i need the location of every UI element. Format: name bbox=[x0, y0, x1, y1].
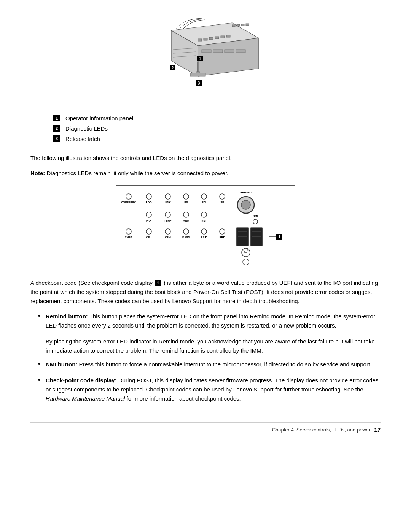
svg-point-53 bbox=[253, 219, 258, 224]
svg-text:LOG: LOG bbox=[146, 201, 152, 204]
svg-text:PCI: PCI bbox=[202, 201, 206, 204]
svg-rect-12 bbox=[209, 37, 213, 40]
svg-point-60 bbox=[183, 229, 189, 234]
hardware-image-section: 1 2 3 bbox=[30, 15, 381, 103]
legend-badge-3: 3 bbox=[53, 135, 60, 142]
svg-text:BRD: BRD bbox=[219, 236, 225, 239]
bullet-text-remind: Remind button: This button places the sy… bbox=[46, 312, 381, 330]
page-footer: Chapter 4. Server controls, LEDs, and po… bbox=[30, 422, 381, 433]
svg-rect-6 bbox=[202, 50, 211, 53]
legend-section: 1 Operator information panel 2 Diagnosti… bbox=[30, 114, 381, 143]
bullet-dot-remind bbox=[38, 315, 40, 317]
nmi-button-desc: Press this button to force a nonmaskable… bbox=[79, 361, 371, 367]
nmi-button-label: NMI button: bbox=[46, 361, 77, 367]
diag-panel-box: OVERSPEC LOG LINK PS PCI SP bbox=[116, 185, 295, 269]
svg-point-54 bbox=[126, 229, 131, 234]
svg-rect-11 bbox=[204, 38, 207, 40]
legend-text-2: Diagnostic LEDs bbox=[65, 125, 108, 133]
checkpoint-display-label: Check-point code display: bbox=[46, 377, 117, 383]
svg-point-37 bbox=[201, 194, 207, 199]
bullet-row-checkpoint: Check-point code display: During POST, t… bbox=[30, 376, 381, 403]
svg-point-62 bbox=[201, 229, 207, 234]
checkpoint-paragraph: A checkpoint code (See checkpoint code d… bbox=[30, 278, 381, 306]
svg-point-39 bbox=[220, 194, 225, 199]
svg-text:VRM: VRM bbox=[165, 236, 171, 239]
svg-point-78 bbox=[243, 259, 249, 265]
remind-button-label: Remind button: bbox=[46, 313, 88, 320]
diag-panel-wrapper: OVERSPEC LOG LINK PS PCI SP bbox=[116, 185, 295, 269]
svg-point-44 bbox=[146, 212, 151, 217]
svg-rect-27 bbox=[190, 73, 206, 76]
svg-text:3: 3 bbox=[198, 81, 200, 85]
bullet-text-checkpoint: Check-point code display: During POST, t… bbox=[46, 376, 381, 403]
svg-text:FAN: FAN bbox=[146, 219, 151, 222]
bullet-row-nmi: NMI button: Press this button to force a… bbox=[30, 360, 381, 369]
svg-text:2: 2 bbox=[172, 66, 174, 70]
svg-point-48 bbox=[183, 212, 189, 217]
svg-rect-26 bbox=[197, 62, 199, 73]
note-body: Diagnostics LEDs remain lit only while t… bbox=[47, 170, 229, 176]
note-paragraph: Note: Diagnostics LEDs remain lit only w… bbox=[30, 169, 381, 178]
page-content: 1 2 3 1 Operator information panel 2 Dia… bbox=[30, 15, 381, 433]
svg-text:NMI: NMI bbox=[253, 214, 258, 218]
diag-panel-svg: OVERSPEC LOG LINK PS PCI SP bbox=[116, 186, 295, 270]
intro-paragraph: The following illustration shows the con… bbox=[30, 153, 381, 163]
bullet-dot-checkpoint bbox=[38, 379, 40, 381]
svg-rect-13 bbox=[215, 37, 219, 39]
legend-text-1: Operator information panel bbox=[65, 114, 133, 122]
checkpoint-badge-inline: 1 bbox=[155, 280, 161, 286]
bullet-item-nmi: NMI button: Press this button to force a… bbox=[30, 360, 381, 369]
page-number: 17 bbox=[374, 427, 381, 433]
svg-text:MEM: MEM bbox=[183, 219, 190, 222]
diag-panel-section: OVERSPEC LOG LINK PS PCI SP bbox=[30, 185, 381, 269]
svg-rect-14 bbox=[221, 36, 225, 38]
svg-point-43 bbox=[241, 200, 250, 209]
svg-point-46 bbox=[165, 212, 170, 217]
svg-rect-16 bbox=[232, 25, 235, 27]
checkpoint-text-before: A checkpoint code (See checkpoint code d… bbox=[30, 280, 153, 286]
legend-item-1: 1 Operator information panel bbox=[53, 114, 381, 122]
legend-text-3: Release latch bbox=[65, 135, 100, 143]
bullet-dot-nmi bbox=[38, 363, 40, 365]
bullet-row-remind: Remind button: This button places the sy… bbox=[30, 312, 381, 330]
svg-text:DASD: DASD bbox=[182, 236, 190, 239]
svg-point-35 bbox=[183, 194, 189, 199]
svg-text:1: 1 bbox=[278, 235, 280, 239]
svg-rect-17 bbox=[237, 24, 240, 26]
remind-button-desc: This button places the system-error LED … bbox=[46, 313, 375, 329]
hmm-title: Hardware Maintenance Manual bbox=[46, 395, 125, 402]
bullet-text-nmi: NMI button: Press this button to force a… bbox=[46, 360, 381, 369]
svg-text:NMI: NMI bbox=[202, 219, 207, 222]
svg-point-50 bbox=[201, 212, 207, 217]
svg-point-33 bbox=[165, 194, 170, 199]
svg-text:TEMP: TEMP bbox=[164, 219, 172, 222]
legend-item-2: 2 Diagnostic LEDs bbox=[53, 125, 381, 133]
svg-text:SP: SP bbox=[220, 201, 224, 204]
legend-badge-2: 2 bbox=[53, 125, 60, 132]
hardware-diagram: 1 2 3 bbox=[141, 15, 270, 103]
note-label: Note: bbox=[30, 170, 45, 176]
legend-item-3: 3 Release latch bbox=[53, 135, 381, 143]
svg-text:OVERSPEC: OVERSPEC bbox=[121, 201, 136, 204]
remind-sub-paragraph: By placing the system-error LED indicato… bbox=[30, 337, 381, 355]
svg-rect-9 bbox=[236, 50, 245, 53]
svg-rect-7 bbox=[213, 50, 223, 53]
checkpoint-display-desc-end: for more information about checkpoint co… bbox=[125, 395, 241, 402]
footer-chapter: Chapter 4. Server controls, LEDs, and po… bbox=[272, 427, 371, 433]
svg-text:RAID: RAID bbox=[201, 236, 207, 239]
svg-point-29 bbox=[126, 194, 131, 199]
svg-rect-19 bbox=[246, 24, 249, 26]
svg-text:1: 1 bbox=[199, 57, 201, 61]
svg-point-31 bbox=[146, 194, 151, 199]
svg-text:LINK: LINK bbox=[165, 201, 171, 204]
svg-text:CNFG: CNFG bbox=[125, 236, 132, 239]
svg-rect-8 bbox=[225, 50, 234, 53]
legend-badge-1: 1 bbox=[53, 115, 60, 121]
svg-text:PS: PS bbox=[184, 201, 188, 204]
bullet-item-remind: Remind button: This button places the sy… bbox=[30, 312, 381, 355]
svg-point-56 bbox=[146, 229, 151, 234]
bullet-section: Remind button: This button places the sy… bbox=[30, 312, 381, 403]
svg-text:CPU: CPU bbox=[146, 236, 152, 239]
svg-text:REMIND: REMIND bbox=[240, 191, 252, 194]
svg-point-64 bbox=[220, 229, 225, 234]
